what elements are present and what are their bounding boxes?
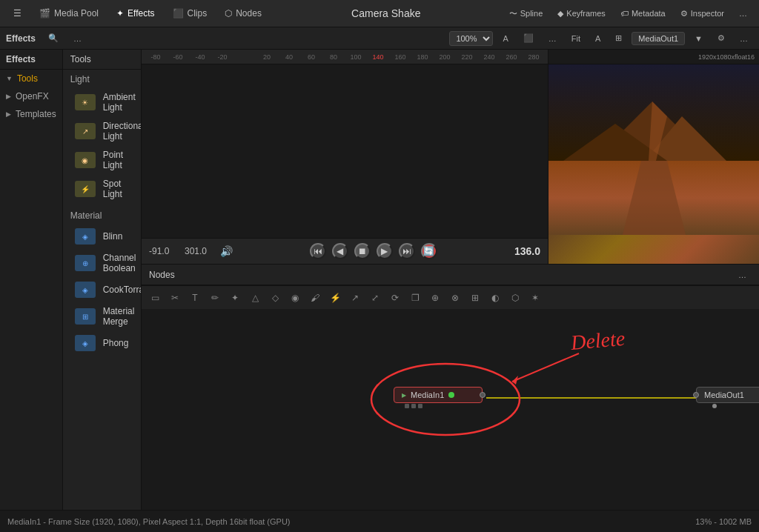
cooktorrance-item[interactable]: ◈ CookTorrance: [67, 278, 136, 302]
search-button[interactable]: 🔍: [43, 31, 64, 45]
crop-tool-icon[interactable]: ⤢: [366, 289, 384, 307]
templates-arrow-icon: ▶: [6, 110, 11, 118]
color-tool-icon[interactable]: ◐: [486, 289, 504, 307]
preview-resolution: 1920x1080xfloat16: [548, 50, 759, 64]
annotation-svg: Delete: [142, 309, 759, 510]
nodes-more-button[interactable]: …: [733, 268, 752, 282]
material-merge-item[interactable]: ⊞ Material Merge: [67, 302, 136, 330]
inspector-button[interactable]: ⚙ Inspector: [675, 6, 730, 21]
effects-button[interactable]: ✦ Effects: [109, 5, 162, 21]
cooktorrance-label: CookTorrance: [103, 285, 141, 295]
keyframes-button[interactable]: ◆ Keyframes: [551, 6, 611, 21]
ruler-mark: 240: [478, 53, 500, 61]
ambient-light-item[interactable]: ☀ Ambient Light: [67, 88, 136, 116]
blur-tool-icon[interactable]: ⊞: [466, 289, 484, 307]
menu-button[interactable]: ☰: [6, 5, 29, 21]
spline-button[interactable]: 〜 Spline: [503, 5, 549, 22]
skip-end-button[interactable]: ⏭: [399, 243, 415, 259]
preview-panel: 1920x1080xfloat16: [548, 50, 759, 264]
play-button[interactable]: ▶: [377, 243, 393, 259]
fx-tool-icon[interactable]: ✶: [526, 289, 544, 307]
status-bar: MediaIn1 - Frame Size (1920, 1080), Pixe…: [0, 510, 759, 532]
paint-tool-icon[interactable]: 🖌: [306, 289, 324, 307]
center-timecode: 301.0: [185, 246, 214, 256]
blinn-label: Blinn: [103, 231, 123, 242]
nodes-toolbar: ▭ ✂ T ✏ ✦ △ ◇ ◉ 🖌 ⚡ ↗ ⤢ ⟳ ❐ ⊕ ⊗ ⊞ ◐ ⬡ ✶: [142, 285, 759, 309]
view-a2-button[interactable]: A: [590, 32, 606, 45]
nodes-icon: ⬡: [225, 8, 232, 19]
more-view-button[interactable]: …: [543, 32, 562, 45]
material-merge-label: Material Merge: [103, 306, 135, 327]
volume-icon[interactable]: 🔊: [220, 245, 233, 257]
tools-panel-scroll[interactable]: Light ☀ Ambient Light ↗ Directional Ligh…: [63, 70, 141, 510]
sidebar-item-templates[interactable]: ▶ Templates: [0, 105, 62, 123]
timeline-content[interactable]: [142, 64, 548, 238]
zoom-select[interactable]: 100%: [449, 31, 493, 46]
timeline-controls: -91.0 301.0 🔊 ⏮ ◀ ⏹ ▶ ⏭ 🔄 136.0: [142, 238, 548, 264]
loop-button[interactable]: 🔄: [421, 243, 437, 259]
mediain1-right-connector: [480, 392, 485, 398]
mediain1-node[interactable]: ▶ MediaIn1: [394, 387, 483, 403]
wand-tool-icon[interactable]: ⚡: [326, 289, 344, 307]
svg-line-9: [512, 353, 579, 382]
settings-button[interactable]: ⚙: [712, 31, 730, 45]
point-light-label: Point Light: [103, 150, 129, 170]
effects-panel-label: Effects: [6, 33, 36, 44]
view-grid-button[interactable]: ⊞: [610, 31, 627, 45]
timeline-ruler: -80 -60 -40 -20 20 40 60 80 100 140 160 …: [142, 50, 548, 64]
mediaout1-node[interactable]: MediaOut1: [696, 387, 759, 403]
nodes-button[interactable]: ⬡ Nodes: [217, 5, 269, 21]
frame-number: 136.0: [514, 245, 540, 257]
stop-button[interactable]: ⏹: [354, 243, 371, 259]
channel-boolean-item[interactable]: ⊕ Channel Boolean: [67, 249, 136, 277]
merge-tool-icon[interactable]: ⊗: [446, 289, 464, 307]
clone-tool-icon[interactable]: ❐: [406, 289, 424, 307]
spot-light-item[interactable]: ⚡ Spot Light: [67, 175, 136, 203]
clips-button[interactable]: ⬛ Clips: [165, 5, 215, 21]
fit-button[interactable]: Fit: [566, 32, 586, 45]
node-tool-icon[interactable]: ◉: [286, 289, 304, 307]
shape-tool-icon[interactable]: △: [246, 289, 264, 307]
prev-frame-button[interactable]: ◀: [332, 243, 348, 259]
transform-tool-icon[interactable]: ↗: [346, 289, 364, 307]
text-tool-icon[interactable]: T: [186, 289, 204, 307]
more-button[interactable]: …: [733, 6, 753, 21]
3d-tool-icon[interactable]: ⬡: [506, 289, 524, 307]
blinn-item[interactable]: ◈ Blinn: [67, 225, 136, 248]
sidebar-item-openfx[interactable]: ▶ OpenFX: [0, 87, 62, 105]
pen-tool-icon[interactable]: ✏: [206, 289, 224, 307]
ruler-mark: 20: [256, 53, 278, 61]
ruler-mark: 40: [278, 53, 300, 61]
mediain1-indicators: [405, 404, 422, 408]
sidebar-item-tools[interactable]: ▼ Tools: [0, 70, 62, 87]
metadata-button[interactable]: 🏷 Metadata: [614, 6, 672, 21]
circle-tool-icon[interactable]: ◇: [266, 289, 284, 307]
directional-light-item[interactable]: ↗ Directional Light: [67, 117, 136, 145]
mediaout-more-button[interactable]: ▼: [689, 32, 708, 45]
cut-tool-icon[interactable]: ✂: [166, 289, 184, 307]
more-options-button[interactable]: …: [68, 32, 87, 45]
nodes-content[interactable]: Delete ▶ MediaIn1 Me: [142, 309, 759, 510]
ambient-light-label: Ambient Light: [103, 92, 136, 113]
inspector-icon: ⚙: [680, 9, 688, 19]
left-timecode: -91.0: [149, 246, 179, 256]
extra-button[interactable]: …: [735, 32, 753, 45]
ruler-mark: -20: [211, 53, 233, 61]
mediain1-dot: [448, 392, 454, 398]
view-a-button[interactable]: A: [497, 32, 513, 45]
skip-start-button[interactable]: ⏮: [310, 243, 326, 259]
timeline-area: -80 -60 -40 -20 20 40 60 80 100 140 160 …: [142, 50, 548, 264]
add-tool-icon[interactable]: ⊕: [426, 289, 444, 307]
star-tool-icon[interactable]: ✦: [226, 289, 244, 307]
channel-boolean-icon: ⊕: [75, 255, 96, 271]
media-pool-button[interactable]: 🎬 Media Pool: [32, 5, 106, 21]
view-b-button[interactable]: ⬛: [518, 31, 539, 45]
phong-item[interactable]: ◈ Phong: [67, 331, 136, 355]
ruler-mark: 80: [322, 53, 345, 61]
point-light-item[interactable]: ◉ Point Light: [67, 146, 136, 174]
directional-light-icon: ↗: [75, 123, 96, 139]
select-tool-icon[interactable]: ▭: [146, 289, 164, 307]
rotate-tool-icon[interactable]: ⟳: [386, 289, 404, 307]
material-merge-icon: ⊞: [75, 308, 96, 325]
second-bar: Effects 🔍 … 100% A ⬛ … Fit A ⊞ MediaOut1…: [0, 27, 759, 50]
